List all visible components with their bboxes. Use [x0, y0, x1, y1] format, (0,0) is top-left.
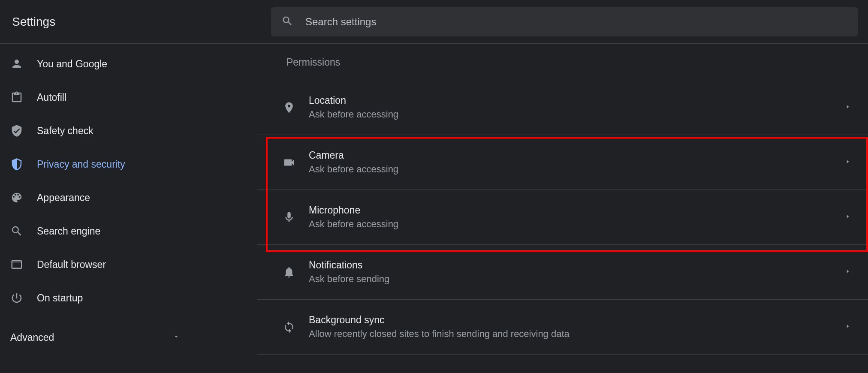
camera-icon	[274, 156, 304, 169]
microphone-icon	[274, 211, 304, 224]
header: Settings	[0, 0, 868, 44]
search-icon	[10, 225, 37, 238]
permission-title: Microphone	[309, 205, 845, 216]
bell-icon	[274, 266, 304, 279]
chevron-right-icon	[845, 159, 851, 166]
body: You and Google Autofill Safety check Pri…	[0, 44, 868, 373]
permission-title: Camera	[309, 150, 845, 161]
sidebar-item-label: Search engine	[37, 226, 100, 237]
permission-desc: Ask before accessing	[309, 219, 845, 230]
permission-text: Location Ask before accessing	[304, 95, 845, 120]
search-container[interactable]	[271, 7, 858, 36]
sidebar-item-privacy-security[interactable]: Privacy and security	[0, 147, 257, 181]
sidebar-item-appearance[interactable]: Appearance	[0, 181, 257, 214]
page-title: Settings	[0, 15, 271, 29]
search-input[interactable]	[305, 16, 847, 28]
advanced-label: Advanced	[10, 332, 54, 343]
person-icon	[10, 57, 37, 70]
permission-text: Notifications Ask before sending	[304, 259, 845, 285]
permission-desc: Allow recently closed sites to finish se…	[309, 328, 845, 340]
sidebar-item-safety-check[interactable]: Safety check	[0, 114, 257, 147]
sidebar-item-label: Default browser	[37, 259, 106, 271]
main: Permissions Location Ask before accessin…	[257, 44, 868, 373]
permission-title: Notifications	[309, 259, 845, 271]
shield-check-icon	[10, 124, 37, 137]
sidebar-item-on-startup[interactable]: On startup	[0, 281, 257, 315]
sidebar-item-label: Privacy and security	[37, 159, 125, 170]
location-icon	[274, 101, 304, 114]
sidebar: You and Google Autofill Safety check Pri…	[0, 44, 257, 373]
permission-background-sync[interactable]: Background sync Allow recently closed si…	[257, 300, 868, 355]
sync-icon	[274, 321, 304, 334]
palette-icon	[10, 191, 37, 204]
power-icon	[10, 292, 37, 304]
permissions-list: Location Ask before accessing Camera Ask…	[257, 80, 868, 355]
sidebar-advanced[interactable]: Advanced	[0, 322, 197, 352]
sidebar-item-label: You and Google	[37, 58, 107, 70]
sidebar-item-label: Appearance	[37, 192, 90, 204]
sidebar-item-label: On startup	[37, 292, 83, 304]
chevron-down-icon	[172, 333, 180, 342]
sidebar-item-default-browser[interactable]: Default browser	[0, 248, 257, 281]
browser-icon	[10, 258, 37, 271]
permission-location[interactable]: Location Ask before accessing	[257, 80, 868, 135]
clipboard-icon	[10, 91, 37, 104]
permission-desc: Ask before sending	[309, 274, 845, 285]
chevron-right-icon	[845, 104, 851, 111]
sidebar-item-label: Safety check	[37, 125, 93, 137]
shield-icon	[10, 158, 37, 171]
permission-desc: Ask before accessing	[309, 164, 845, 175]
search-icon	[281, 15, 305, 29]
section-title: Permissions	[257, 57, 868, 68]
permission-microphone[interactable]: Microphone Ask before accessing	[257, 190, 868, 245]
sidebar-item-you-and-google[interactable]: You and Google	[0, 47, 257, 81]
sidebar-item-autofill[interactable]: Autofill	[0, 81, 257, 114]
chevron-right-icon	[845, 214, 851, 221]
chevron-right-icon	[845, 268, 851, 276]
chevron-right-icon	[845, 323, 851, 331]
permission-text: Camera Ask before accessing	[304, 150, 845, 175]
permission-camera[interactable]: Camera Ask before accessing	[257, 135, 868, 190]
permission-text: Background sync Allow recently closed si…	[304, 314, 845, 340]
permission-text: Microphone Ask before accessing	[304, 205, 845, 230]
sidebar-item-search-engine[interactable]: Search engine	[0, 214, 257, 248]
permission-desc: Ask before accessing	[309, 109, 845, 120]
permission-notifications[interactable]: Notifications Ask before sending	[257, 245, 868, 300]
sidebar-item-label: Autofill	[37, 92, 66, 103]
permission-title: Location	[309, 95, 845, 106]
permission-title: Background sync	[309, 314, 845, 326]
